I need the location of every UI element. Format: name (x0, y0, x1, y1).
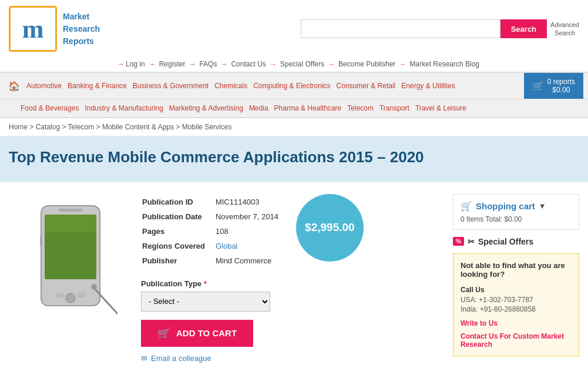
nav-link-publisher[interactable]: Become Publisher (338, 60, 395, 68)
logo-box: m (9, 6, 57, 52)
home-icon[interactable]: 🏠 (5, 76, 23, 96)
breadcrumb-telecom[interactable]: Telecom (68, 123, 95, 131)
details-table: Publication ID MIC1114003 Publication Da… (141, 194, 284, 269)
nav-links-row: → Log in → Register → FAQs → Contact Us … (0, 58, 588, 72)
svg-rect-2 (45, 215, 96, 232)
shopping-cart-widget: 🛒 Shopping cart ▼ 0 Items Total: $0.00 (453, 194, 579, 230)
logo-letter: m (22, 14, 44, 44)
cat-transport[interactable]: Transport (377, 99, 412, 117)
nav-link-special-offers[interactable]: Special Offers (280, 60, 324, 68)
cat-business[interactable]: Business & Government (130, 77, 211, 95)
cat-telecom[interactable]: Telecom (344, 99, 377, 117)
cart-count: 0 reports$0.00 (547, 78, 575, 94)
breadcrumb: Home > Catalog > Telecom > Mobile Conten… (0, 118, 588, 136)
svg-rect-3 (59, 209, 82, 212)
price-circle: $2,995.00 (296, 194, 364, 262)
breadcrumb-catalog[interactable]: Catalog (36, 123, 60, 131)
pub-id-value: MIC1114003 (211, 195, 283, 209)
nav-arrow: → (328, 60, 335, 68)
cat-media[interactable]: Media (246, 99, 271, 117)
logo-area: m Market Research Reports (9, 6, 100, 52)
right-sidebar: 🛒 Shopping cart ▼ 0 Items Total: $0.00 %… (453, 194, 579, 363)
nav-arrow: → (189, 60, 196, 68)
required-star: * (204, 279, 207, 288)
pub-date-value: November 7, 2014 (211, 210, 283, 223)
india-phone: India: +91-80-26860858 (461, 305, 572, 313)
advanced-search-link[interactable]: AdvancedSearch (550, 21, 579, 38)
contact-custom-link[interactable]: Contact Us For Custom Market Research (461, 332, 572, 349)
logo-text: Market Research Reports (63, 11, 100, 48)
pub-type-section: Publication Type * - Select - (141, 279, 444, 312)
header: m Market Research Reports Search Advance… (0, 0, 588, 72)
pub-date-label: Publication Date (142, 210, 210, 223)
svg-point-4 (66, 293, 75, 303)
publisher-label: Publisher (142, 254, 210, 267)
cat-travel[interactable]: Travel & Leisure (412, 99, 469, 117)
nav-link-login[interactable]: Log in (126, 60, 145, 68)
cat-energy[interactable]: Energy & Utilities (398, 77, 458, 95)
sc-total-value: $0.00 (505, 215, 522, 223)
regions-label: Regions Covered (142, 239, 210, 253)
cart-button[interactable]: 🛒 0 reports$0.00 (524, 73, 583, 99)
breadcrumb-current: Mobile Services (182, 123, 232, 131)
nav-link-blog[interactable]: Market Research Blog (409, 60, 479, 68)
write-us-link[interactable]: Write to Us (461, 319, 572, 327)
nav-link-faqs[interactable]: FAQs (199, 60, 217, 68)
special-offers-label: Special Offers (478, 237, 533, 246)
email-icon: ✉ (141, 354, 147, 363)
publication-type-select[interactable]: - Select - (141, 292, 270, 312)
sc-cart-icon: 🛒 (461, 200, 472, 212)
cat-pharma[interactable]: Pharma & Healthcare (271, 99, 345, 117)
cat-marketing[interactable]: Marketing & Advertising (166, 99, 246, 117)
nav-arrow: → (117, 60, 125, 68)
search-input[interactable] (301, 19, 500, 38)
cat-banking[interactable]: Banking & Finance (65, 77, 130, 95)
sc-dropdown-icon[interactable]: ▼ (539, 202, 546, 210)
nav-link-register[interactable]: Register (159, 60, 186, 68)
sc-total-label: Total: (485, 215, 502, 223)
breadcrumb-home[interactable]: Home (9, 123, 28, 131)
add-to-cart-label: ADD TO CART (176, 328, 237, 338)
pages-label: Pages (142, 225, 210, 238)
usa-phone: USA: +1-302-703-7787 (461, 296, 572, 304)
add-to-cart-button[interactable]: 🛒 ADD TO CART (141, 320, 253, 347)
cat-chemicals[interactable]: Chemicals (211, 77, 250, 95)
cat-computing[interactable]: Computing & Electronics (250, 77, 333, 95)
nav-link-contact[interactable]: Contact Us (231, 60, 266, 68)
page-title-area: Top Revenue Mobile Commerce Applications… (0, 136, 588, 182)
svg-rect-5 (56, 293, 65, 297)
svg-rect-6 (76, 293, 85, 297)
cat-food[interactable]: Food & Beverages (18, 99, 82, 117)
regions-value[interactable]: Global (211, 239, 283, 253)
pub-id-label: Publication ID (142, 195, 210, 209)
cat-consumer[interactable]: Consumer & Retail (334, 77, 399, 95)
nav-arrow: → (149, 60, 156, 68)
nav-arrow: → (270, 60, 277, 68)
cat-automotive[interactable]: Automotive (23, 77, 65, 95)
svg-rect-7 (40, 235, 42, 247)
nav-arrow: → (220, 60, 227, 68)
product-details: Publication ID MIC1114003 Publication Da… (141, 194, 444, 363)
email-colleague-link[interactable]: ✉ Email a colleague (141, 354, 444, 363)
breadcrumb-mobile-content[interactable]: Mobile Content & Apps (102, 123, 174, 131)
page-title: Top Revenue Mobile Commerce Applications… (9, 148, 579, 168)
sc-items: 0 Items (461, 215, 483, 223)
search-button[interactable]: Search (500, 19, 547, 38)
nav-arrow: → (399, 60, 406, 68)
cart-icon-btn: 🛒 (157, 327, 170, 340)
help-title: Not able to find what you are looking fo… (461, 261, 572, 279)
main-content: Publication ID MIC1114003 Publication Da… (0, 182, 588, 374)
svg-point-9 (91, 284, 97, 290)
cat-industry[interactable]: Industry & Manufacturing (82, 99, 166, 117)
product-image-area (9, 194, 132, 363)
email-colleague-label: Email a colleague (151, 354, 211, 363)
sc-title[interactable]: Shopping cart (476, 201, 535, 211)
pub-type-label: Publication Type * (141, 279, 444, 288)
phone-image (23, 200, 117, 329)
help-box: Not able to find what you are looking fo… (453, 253, 579, 356)
offers-badge: % (453, 237, 464, 246)
special-offers-row: % ✂ Special Offers (453, 237, 579, 246)
scissors-icon: ✂ (468, 237, 475, 246)
categories-bar: 🏠 Automotive Banking & Finance Business … (0, 72, 588, 99)
pages-value: 108 (211, 225, 283, 238)
